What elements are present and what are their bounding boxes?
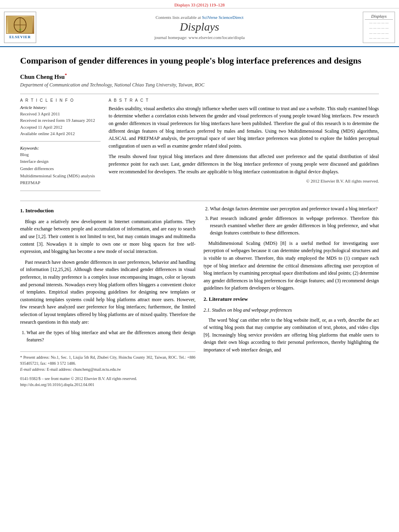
body-col-right: What design factors determine user perce… (204, 205, 379, 388)
footnote-star-text: * Present address: No.1, Sec. 1, Liujia … (20, 354, 195, 366)
footnote-email: E-mail address: E-mail address: chunchen… (20, 366, 195, 372)
keyword-mds: Multidimensional Scaling (MDS) analysis (20, 173, 101, 180)
journal-title-display: Displays (180, 21, 219, 33)
citation-text: Displays 33 (2012) 119–128 (174, 2, 224, 7)
abstract-head: A B S T R A C T (109, 98, 379, 103)
citation-bar: Displays 33 (2012) 119–128 (0, 0, 399, 8)
abstract-p2: The results showed four typical blog int… (109, 153, 379, 175)
abstract-text: Besides usability, visual aesthetics als… (109, 105, 379, 175)
keyword-gender: Gender differences (20, 165, 101, 173)
rq-3: Past research indicated gender differenc… (210, 215, 379, 236)
lit-review-heading: 2. Literature review (204, 295, 379, 303)
keywords-block: Keywords: Blog Interface design Gender d… (20, 146, 101, 187)
article-title: Comparison of gender differences in youn… (20, 55, 379, 67)
received-date: Received 3 April 2011 (20, 111, 101, 117)
divider-1 (20, 94, 379, 94)
article-history-label: Article history: (20, 105, 101, 110)
footer-issn: 0141-9382/$ – see front matter © 2012 El… (20, 376, 195, 382)
elsevier-logo: 🌿 ELSEVIER (4, 12, 36, 43)
body-two-col: 1. Introduction Blogs are a relatively n… (20, 205, 379, 388)
available-date: Available online 24 April 2012 (20, 130, 101, 137)
affiliation: Department of Communication and Technolo… (20, 82, 379, 88)
keyword-interface: Interface design (20, 158, 101, 165)
footnote-block: * Present address: No.1, Sec. 1, Liujia … (20, 351, 195, 388)
displays-right-title: Displays (365, 14, 393, 20)
sciverse-line: Contents lists available at SciVerse Sci… (156, 15, 243, 20)
body-col-left: 1. Introduction Blogs are a relatively n… (20, 205, 195, 388)
intro-p2: Past research have shown gender differen… (20, 259, 195, 326)
keyword-prefmap: PREFMAP (20, 179, 101, 187)
email-value: E-mail address: chuncheng@mail.nctu.edu.… (47, 367, 121, 372)
revised-date: Received in revised form 19 January 2012 (20, 117, 101, 124)
rq-2: What design factors determine user perce… (210, 205, 379, 212)
elsevier-name: ELSEVIER (9, 35, 31, 39)
accepted-date: Accepted 11 April 2012 (20, 124, 101, 131)
elsevier-logo-graphic: 🌿 (6, 16, 34, 34)
journal-right-logo: Displays — — — — —— — — — —— — — — —— — … (363, 12, 395, 43)
displays-box: Displays — — — — —— — — — —— — — — —— — … (365, 14, 393, 41)
lit-review-p1: The word 'blog' can either refer to the … (204, 316, 379, 354)
article-info-head: A R T I C L E I N F O (20, 98, 101, 103)
divider-info-2 (20, 191, 101, 191)
article-info-abstract: A R T I C L E I N F O Article history: R… (20, 98, 379, 195)
divider-2 (20, 201, 379, 201)
copyright: © 2012 Elsevier B.V. All rights reserved… (109, 179, 379, 183)
abstract-panel: A B S T R A C T Besides usability, visua… (109, 98, 379, 195)
journal-center: Contents lists available at SciVerse Sci… (40, 12, 359, 43)
author-name: Chun Cheng Hsu* (20, 72, 379, 80)
footer-doi: http://dx.doi.org/10.1016/j.displa.2012.… (20, 382, 195, 388)
rq-1: What are the types of blog interface and… (27, 329, 195, 343)
lit-review-sub: 2.1. Studies on blog and webpage prefere… (204, 306, 379, 314)
displays-lines: — — — — —— — — — —— — — — —— — — — — (365, 21, 393, 41)
research-questions-list: What are the types of blog interface and… (27, 329, 195, 343)
article-info-panel: A R T I C L E I N F O Article history: R… (20, 98, 101, 195)
keyword-blog: Blog (20, 151, 101, 158)
article-history-block: Article history: Received 3 April 2011 R… (20, 105, 101, 137)
sciverse-link[interactable]: SciVerse ScienceDirect (202, 15, 243, 20)
svg-text:🌿: 🌿 (19, 29, 22, 31)
keywords-label: Keywords: (20, 146, 101, 150)
abstract-p1: Besides usability, visual aesthetics als… (109, 105, 379, 150)
intro-p1: Blogs are a relatively new development i… (20, 218, 195, 255)
homepage-line: journal homepage: www.elsevier.com/locat… (154, 35, 245, 40)
divider-info (20, 141, 101, 142)
mds-para: Multidimensional Scaling (MDS) [8] is a … (204, 240, 379, 292)
research-questions-list-right: What design factors determine user perce… (210, 205, 379, 236)
intro-heading: 1. Introduction (20, 207, 195, 215)
journal-header: 🌿 ELSEVIER Contents lists available at S… (0, 8, 399, 47)
article-content: Comparison of gender differences in youn… (0, 47, 399, 396)
